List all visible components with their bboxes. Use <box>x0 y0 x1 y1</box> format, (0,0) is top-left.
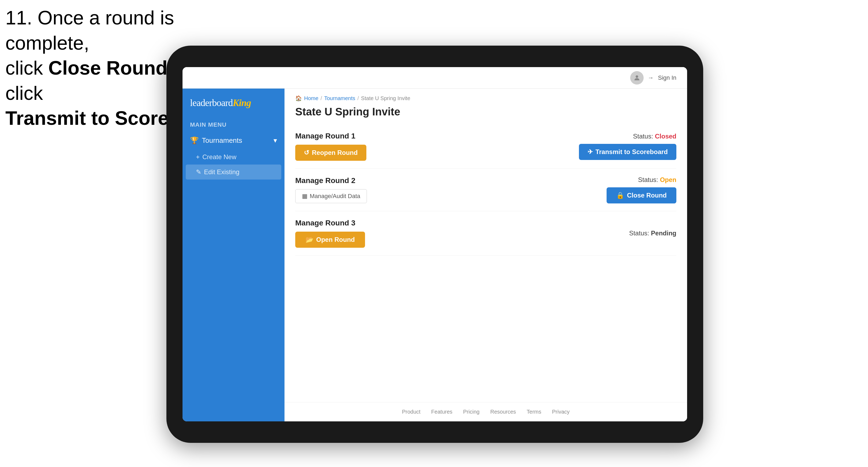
content-area: Manage Round 1 ↺ Reopen Round Status: Cl… <box>284 124 687 402</box>
tablet-screen: → Sign In leaderboardKing MAIN MENU 🏆 <box>183 67 687 422</box>
app-layout: leaderboardKing MAIN MENU 🏆 Tournaments … <box>183 89 687 422</box>
breadcrumb-current: State U Spring Invite <box>361 95 410 101</box>
close-round-label: Close Round <box>627 192 667 199</box>
round-1-section: Manage Round 1 ↺ Reopen Round Status: Cl… <box>295 124 676 168</box>
instruction-bold1: Close Round <box>48 57 167 79</box>
round-1-status: Status: Closed <box>633 132 676 140</box>
round-3-status: Status: Pending <box>629 229 676 237</box>
footer-resources[interactable]: Resources <box>490 409 516 415</box>
round-1-title: Manage Round 1 <box>295 132 366 141</box>
refresh-icon: ↺ <box>304 149 309 156</box>
create-new-label: Create New <box>203 153 237 161</box>
round-2-section: Manage Round 2 ▦ Manage/Audit Data Statu… <box>295 168 676 211</box>
sidebar-item-create-new[interactable]: + Create New <box>183 150 284 164</box>
footer-features[interactable]: Features <box>431 409 453 415</box>
footer-product[interactable]: Product <box>402 409 421 415</box>
folder-icon: 📂 <box>305 236 313 243</box>
round-3-left: Manage Round 3 📂 Open Round <box>295 219 365 248</box>
round-2-left: Manage Round 2 ▦ Manage/Audit Data <box>295 176 367 203</box>
transmit-label: Transmit to Scoreboard <box>596 148 668 156</box>
reopen-round-label: Reopen Round <box>312 149 358 156</box>
round-3-status-value: Pending <box>651 229 676 237</box>
table-icon: ▦ <box>302 193 308 200</box>
breadcrumb-sep1: / <box>320 95 322 101</box>
round-2-title: Manage Round 2 <box>295 176 367 185</box>
transmit-to-scoreboard-button[interactable]: ✈ Transmit to Scoreboard <box>579 144 676 160</box>
footer: Product Features Pricing Resources Terms… <box>284 402 687 422</box>
avatar <box>630 71 644 85</box>
manage-audit-label: Manage/Audit Data <box>310 193 360 200</box>
sidebar-logo: leaderboardKing <box>183 89 284 115</box>
round-2-status-value: Open <box>660 176 676 183</box>
footer-privacy[interactable]: Privacy <box>552 409 570 415</box>
round-3-right: Status: Pending <box>629 229 676 237</box>
edit-icon: ✎ <box>196 168 201 176</box>
close-round-button[interactable]: 🔒 Close Round <box>607 187 676 204</box>
footer-terms[interactable]: Terms <box>527 409 541 415</box>
sign-in-icon: → <box>648 74 654 81</box>
lock-icon: 🔒 <box>616 192 624 199</box>
logo-king: King <box>233 97 251 108</box>
open-round-label: Open Round <box>316 236 355 243</box>
manage-audit-button[interactable]: ▦ Manage/Audit Data <box>295 189 367 203</box>
edit-existing-label: Edit Existing <box>204 168 240 176</box>
reopen-round-button[interactable]: ↺ Reopen Round <box>295 145 366 161</box>
sidebar-item-tournaments[interactable]: 🏆 Tournaments ▾ <box>183 131 284 150</box>
round-2-status: Status: Open <box>638 176 676 184</box>
sidebar: leaderboardKing MAIN MENU 🏆 Tournaments … <box>183 89 284 422</box>
breadcrumb-home[interactable]: Home <box>304 95 318 101</box>
round-1-right: Status: Closed ✈ Transmit to Scoreboard <box>579 132 676 160</box>
round-1-left: Manage Round 1 ↺ Reopen Round <box>295 132 366 161</box>
round-3-title: Manage Round 3 <box>295 219 365 227</box>
instruction-line1: 11. Once a round is complete, <box>5 7 174 54</box>
breadcrumb-home-icon: 🏠 <box>295 95 302 101</box>
breadcrumb-tournaments[interactable]: Tournaments <box>324 95 355 101</box>
breadcrumb-sep2: / <box>358 95 359 101</box>
round-2-right: Status: Open 🔒 Close Round <box>607 176 676 204</box>
plus-icon: + <box>196 153 200 161</box>
top-nav: → Sign In <box>183 67 687 89</box>
send-icon: ✈ <box>588 148 593 156</box>
instruction-line2: click <box>5 57 48 79</box>
sidebar-tournaments-label: Tournaments <box>202 136 242 145</box>
open-round-button[interactable]: 📂 Open Round <box>295 231 365 248</box>
sign-in-label[interactable]: Sign In <box>658 74 677 81</box>
sidebar-item-edit-existing[interactable]: ✎ Edit Existing <box>186 164 281 180</box>
breadcrumb: 🏠 Home / Tournaments / State U Spring In… <box>284 89 687 103</box>
sidebar-nav-left: 🏆 Tournaments <box>190 136 242 145</box>
logo-prefix: leaderboard <box>190 97 233 108</box>
sidebar-menu-label: MAIN MENU <box>183 119 284 131</box>
sidebar-main-menu: MAIN MENU 🏆 Tournaments ▾ + Create New ✎ <box>183 115 284 184</box>
main-content: 🏠 Home / Tournaments / State U Spring In… <box>284 89 687 422</box>
footer-pricing[interactable]: Pricing <box>463 409 479 415</box>
round-3-section: Manage Round 3 📂 Open Round Status: Pend… <box>295 211 676 255</box>
logo-text: leaderboardKing <box>190 97 277 108</box>
tablet-device: → Sign In leaderboardKing MAIN MENU 🏆 <box>166 45 703 443</box>
svg-point-2 <box>636 75 638 77</box>
page-title: State U Spring Invite <box>284 103 687 124</box>
trophy-icon: 🏆 <box>190 136 198 145</box>
sign-in-area[interactable]: → Sign In <box>630 71 677 85</box>
round-1-status-value: Closed <box>655 132 676 140</box>
chevron-down-icon: ▾ <box>274 136 277 145</box>
